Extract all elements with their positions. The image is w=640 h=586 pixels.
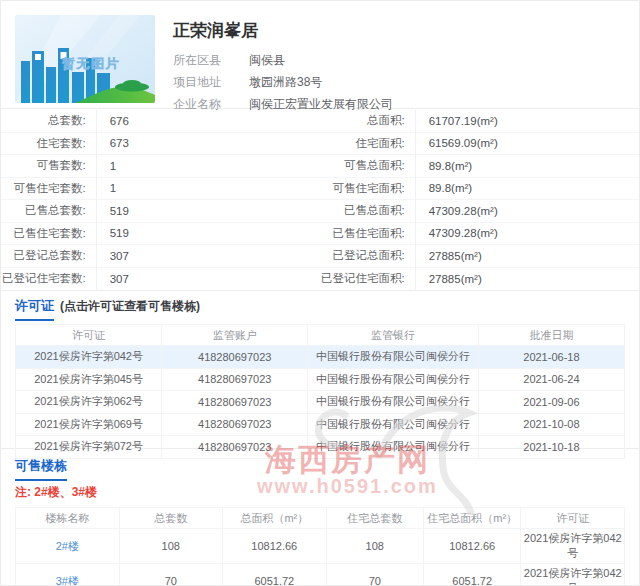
info-value: 墩园洲路38号	[249, 75, 322, 89]
stat-label: 已售住宅面积:	[320, 223, 416, 245]
stat-row-sold-residential-area: 已售住宅面积: 47309.28(m²)	[320, 223, 639, 246]
info-row-district: 所在区县 闽侯县	[173, 53, 625, 67]
building-total-units: 108	[119, 529, 223, 564]
permit-account: 418280697023	[162, 346, 308, 369]
building-residential-units: 70	[326, 564, 423, 586]
stat-value: 1	[97, 182, 116, 194]
stat-label: 已售总套数:	[1, 200, 97, 222]
stats-panel: 总套数: 676 住宅套数: 673 可售套数: 1 可售住宅套数: 1 已售总…	[1, 109, 639, 291]
building-permit: 2021侯房许字第042号	[521, 564, 625, 586]
stat-row-total-area: 总面积: 61707.19(m²)	[320, 110, 639, 133]
header: 暂无图片 正荣润峯居 所在区县 闽侯县 项目地址 墩园洲路38号 企业名称 闽侯…	[1, 1, 639, 109]
city-skyline-illustration: 暂无图片	[15, 15, 155, 103]
building-permit: 2021侯房许字第042号	[521, 529, 625, 564]
permit-row[interactable]: 2021侯房许字第045号 418280697023 中国银行股份有限公司闽侯分…	[16, 368, 625, 391]
stat-value: 89.8(m²)	[416, 160, 472, 172]
col-residential-area: 住宅总面积（m²）	[423, 508, 520, 529]
building-row: 2#楼 108 10812.66 108 10812.66 2021侯房许字第0…	[16, 529, 625, 564]
col-building-name: 楼栋名称	[16, 508, 120, 529]
stats-units-column: 总套数: 676 住宅套数: 673 可售套数: 1 可售住宅套数: 1 已售总…	[1, 110, 320, 289]
permits-section-hint: (点击许可证查看可售楼栋)	[60, 298, 200, 315]
stat-value: 89.8(m²)	[416, 182, 472, 194]
permit-number: 2021侯房许字第045号	[16, 368, 162, 391]
stat-row-sold-residential-units: 已售住宅套数: 519	[1, 223, 320, 246]
stat-value: 27885(m²)	[416, 273, 482, 285]
stat-label: 可售套数:	[1, 155, 97, 177]
buildings-section-header: 可售楼栋	[15, 457, 625, 477]
stat-value: 61569.09(m²)	[416, 137, 498, 149]
permit-date: 2021-09-06	[478, 391, 624, 414]
building-total-units: 70	[119, 564, 223, 586]
stat-value: 47309.28(m²)	[416, 227, 498, 239]
permit-row[interactable]: 2021侯房许字第062号 418280697023 中国银行股份有限公司闽侯分…	[16, 391, 625, 414]
permit-date: 2021-06-24	[478, 368, 624, 391]
building-link[interactable]: 2#楼	[56, 540, 79, 552]
stat-row-registered-units: 已登记总套数: 307	[1, 245, 320, 268]
header-info: 正荣润峯居 所在区县 闽侯县 项目地址 墩园洲路38号 企业名称 闽侯正宏置业发…	[155, 15, 625, 94]
col-total-units: 总套数	[119, 508, 223, 529]
permits-table: 许可证 监管账户 监管银行 批准日期 2021侯房许字第042号 4182806…	[15, 324, 625, 459]
building-total-area: 10812.66	[223, 529, 327, 564]
info-label: 企业名称	[173, 97, 235, 111]
permit-bank: 中国银行股份有限公司闽侯分行	[308, 391, 479, 414]
stat-label: 住宅面积:	[320, 133, 416, 155]
stat-value: 519	[97, 205, 129, 217]
col-approval-date: 批准日期	[478, 325, 624, 346]
stat-row-sellable-residential-area: 可售住宅面积: 89.8(m²)	[320, 178, 639, 201]
col-supervised-account: 监管账户	[162, 325, 308, 346]
permits-section: 许可证 (点击许可证查看可售楼栋) 许可证 监管账户 监管银行 批准日期 202…	[1, 291, 639, 449]
building-total-area: 6051.72	[223, 564, 327, 586]
permit-bank: 中国银行股份有限公司闽侯分行	[308, 413, 479, 436]
page-title: 正荣润峯居	[173, 19, 625, 42]
info-value: 闽侯县	[249, 53, 285, 67]
stat-label: 已登记总面积:	[320, 245, 416, 267]
col-permit: 许可证	[16, 325, 162, 346]
permit-row[interactable]: 2021侯房许字第069号 418280697023 中国银行股份有限公司闽侯分…	[16, 413, 625, 436]
building-row: 3#楼 70 6051.72 70 6051.72 2021侯房许字第042号	[16, 564, 625, 586]
stat-row-registered-residential-area: 已登记住宅面积: 27885(m²)	[320, 268, 639, 291]
permits-section-header: 许可证 (点击许可证查看可售楼栋)	[15, 297, 625, 317]
building-residential-area: 6051.72	[423, 564, 520, 586]
buildings-table-header-row: 楼栋名称 总套数 总面积（m²） 住宅总套数 住宅总面积（m²） 许可证	[16, 508, 625, 529]
stat-value: 673	[97, 137, 129, 149]
buildings-section-title: 可售楼栋	[15, 457, 67, 481]
buildings-section: 可售楼栋 注: 2#楼、3#楼 楼栋名称 总套数 总面积（m²） 住宅总套数 住…	[1, 449, 639, 586]
stat-label: 已登记住宅面积:	[320, 268, 416, 291]
col-supervising-bank: 监管银行	[308, 325, 479, 346]
info-row-address: 项目地址 墩园洲路38号	[173, 75, 625, 89]
stat-row-sold-units: 已售总套数: 519	[1, 200, 320, 223]
col-residential-units: 住宅总套数	[326, 508, 423, 529]
stat-label: 已售总面积:	[320, 200, 416, 222]
info-row-company: 企业名称 闽侯正宏置业发展有限公司	[173, 97, 625, 111]
stat-label: 可售总面积:	[320, 155, 416, 177]
stat-row-sellable-area: 可售总面积: 89.8(m²)	[320, 155, 639, 178]
stat-label: 已登记住宅套数:	[1, 268, 97, 291]
stat-value: 1	[97, 160, 116, 172]
stat-row-sold-area: 已售总面积: 47309.28(m²)	[320, 200, 639, 223]
building-link[interactable]: 3#楼	[56, 575, 79, 586]
stats-area-column: 总面积: 61707.19(m²) 住宅面积: 61569.09(m²) 可售总…	[320, 110, 639, 289]
permit-row[interactable]: 2021侯房许字第042号 418280697023 中国银行股份有限公司闽侯分…	[16, 346, 625, 369]
buildings-table: 楼栋名称 总套数 总面积（m²） 住宅总套数 住宅总面积（m²） 许可证 2#楼…	[15, 507, 625, 586]
stat-value: 27885(m²)	[416, 250, 482, 262]
permit-number: 2021侯房许字第069号	[16, 413, 162, 436]
permit-number: 2021侯房许字第062号	[16, 391, 162, 414]
permit-date: 2021-10-08	[478, 413, 624, 436]
stat-value: 307	[97, 250, 129, 262]
permit-account: 418280697023	[162, 391, 308, 414]
permits-table-header-row: 许可证 监管账户 监管银行 批准日期	[16, 325, 625, 346]
permit-date: 2021-06-18	[478, 346, 624, 369]
stat-row-residential-area: 住宅面积: 61569.09(m²)	[320, 133, 639, 156]
stat-value: 307	[97, 273, 129, 285]
building-residential-area: 10812.66	[423, 529, 520, 564]
stat-label: 可售住宅面积:	[320, 178, 416, 200]
permit-account: 418280697023	[162, 368, 308, 391]
stat-value: 47309.28(m²)	[416, 205, 498, 217]
info-label: 所在区县	[173, 53, 235, 67]
permits-section-title: 许可证	[15, 297, 54, 321]
info-label: 项目地址	[173, 75, 235, 89]
stat-value: 61707.19(m²)	[416, 115, 498, 127]
stat-value: 519	[97, 227, 129, 239]
col-permit: 许可证	[521, 508, 625, 529]
stat-value: 676	[97, 115, 129, 127]
